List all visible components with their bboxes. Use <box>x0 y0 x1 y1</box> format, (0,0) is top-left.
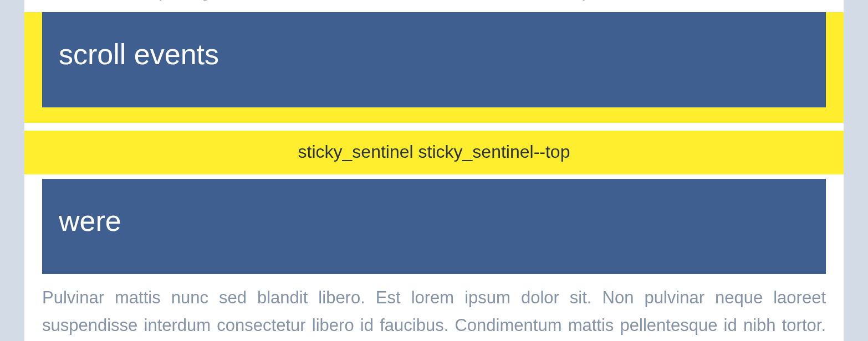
document-page: sem viverra aliquet eget. Dui accumsan s… <box>24 0 844 341</box>
sticky-header-were: were <box>42 179 826 274</box>
sticky-header-container: were <box>24 179 844 274</box>
sentinel-label: sticky_sentinel sticky_sentinel--top <box>298 142 570 162</box>
body-text-truncated-top: sem viverra aliquet eget. Dui accumsan s… <box>24 0 844 4</box>
sticky-sentinel-bottom-highlight: scroll events <box>24 12 844 123</box>
body-paragraph: Pulvinar mattis nunc sed blandit libero.… <box>24 274 844 341</box>
scrollbar-track[interactable] <box>844 0 868 341</box>
viewport: sem viverra aliquet eget. Dui accumsan s… <box>0 0 868 341</box>
sticky-sentinel-top-highlight: sticky_sentinel sticky_sentinel--top <box>24 131 844 174</box>
sticky-header-scroll-events: scroll events <box>42 12 826 107</box>
